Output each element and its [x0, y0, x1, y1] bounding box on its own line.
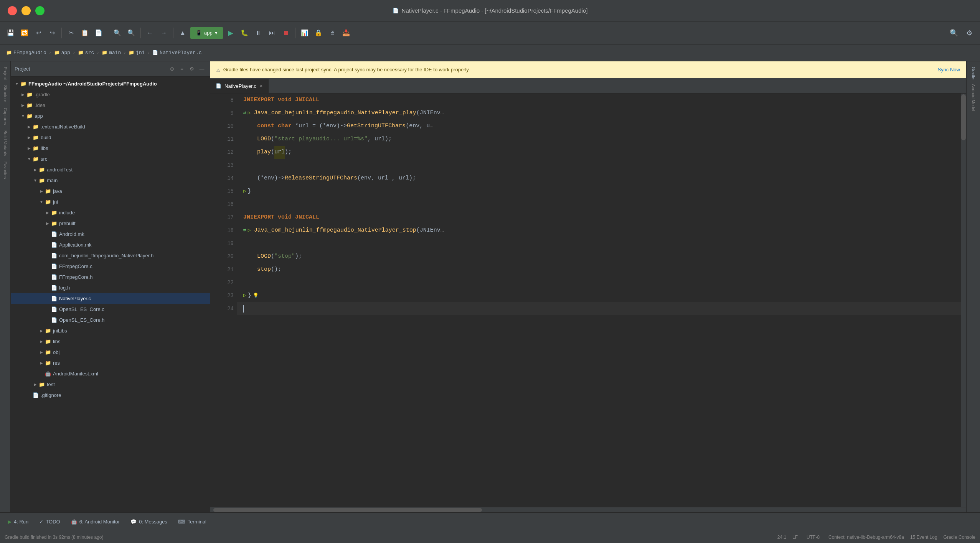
icon-src: 📁: [32, 155, 39, 162]
diff-marker-18[interactable]: ▷: [248, 224, 251, 237]
breadcrumb-file[interactable]: 📄 NativePlayer.c: [152, 50, 201, 56]
bracket-icon-15[interactable]: ▷: [243, 185, 246, 198]
sync-now-button[interactable]: Sync Now: [937, 67, 960, 72]
panel-action-locate[interactable]: ⊕: [168, 65, 176, 73]
tree-item-java[interactable]: ▶ 📁 java: [11, 186, 210, 196]
toolbar-run-with-coverage[interactable]: ⏸: [252, 27, 264, 39]
tree-item-android-mk[interactable]: 📄 Android.mk: [11, 229, 210, 239]
tree-item-app[interactable]: ▼ 📁 app: [11, 110, 210, 121]
tree-item-libs2[interactable]: ▶ 📁 libs: [11, 336, 210, 347]
toolbar-cut[interactable]: ✂: [65, 27, 77, 39]
toolbar-avd-manager[interactable]: 📊: [299, 27, 311, 39]
toolbar-stop[interactable]: ⏹: [280, 27, 292, 39]
tree-item-android-test[interactable]: ▶ 📁 androidTest: [11, 164, 210, 175]
tab-close-button[interactable]: ✕: [259, 84, 263, 89]
h-scrollbar-thumb[interactable]: [213, 508, 482, 512]
toolbar-sdk-manager[interactable]: 🔒: [312, 27, 325, 39]
breadcrumb-app[interactable]: 📁 app: [54, 50, 70, 56]
panel-action-collapse[interactable]: ≡: [178, 65, 186, 73]
tree-item-obj[interactable]: ▶ 📁 obj: [11, 347, 210, 357]
code-editor[interactable]: 8 9 10 11 12 13 14 15 16 17 18 19 20 21 …: [210, 94, 966, 507]
toolbar-sync[interactable]: 🔁: [18, 27, 31, 39]
minimize-button[interactable]: [21, 6, 31, 15]
panel-action-hide[interactable]: —: [198, 65, 206, 73]
tab-terminal[interactable]: ⌨ Terminal: [173, 515, 211, 529]
tree-item-test[interactable]: ▶ 📁 test: [11, 379, 210, 390]
toolbar-project-structure[interactable]: 🖥: [326, 27, 338, 39]
toolbar-find[interactable]: 🔍: [111, 27, 124, 39]
tree-item-libs[interactable]: ▶ 📁 libs: [11, 143, 210, 153]
tree-item-native-player-h[interactable]: 📄 com_hejunlin_ffmpegaudio_NativePlayer.…: [11, 250, 210, 261]
tree-item-opensl-core-h[interactable]: 📄 OpenSL_ES_Core.h: [11, 314, 210, 325]
toolbar-save[interactable]: 💾: [5, 27, 17, 39]
tree-item-include[interactable]: ▶ 📁 include: [11, 207, 210, 218]
tab-todo[interactable]: ✓ TODO: [35, 515, 64, 529]
scrollbar-thumb[interactable]: [961, 94, 966, 140]
captures-tool-btn[interactable]: Captures: [2, 105, 8, 127]
tab-android-monitor[interactable]: 🤖 6: Android Monitor: [66, 515, 125, 529]
status-context[interactable]: Context: native-lib-Debug-arm64-v8a: [828, 535, 904, 540]
panel-action-settings[interactable]: ⚙: [188, 65, 196, 73]
structure-tool-btn[interactable]: Structure: [2, 83, 8, 105]
breadcrumb-main[interactable]: 📁 main: [102, 50, 121, 56]
tree-item-build[interactable]: ▶ 📁 build: [11, 132, 210, 143]
toolbar-search[interactable]: 🔍: [948, 27, 960, 39]
breadcrumb-src[interactable]: 📁 src: [78, 50, 94, 56]
tree-item-idea[interactable]: ▶ 📁 .idea: [11, 100, 210, 110]
toolbar-undo[interactable]: ↩: [32, 27, 45, 39]
gradle-panel-btn[interactable]: Gradle: [970, 64, 977, 82]
project-tool-window-btn[interactable]: Project: [2, 64, 8, 82]
editor-tab-native-player[interactable]: 📄 NativePlayer.c ✕: [210, 79, 269, 93]
toolbar-back[interactable]: ←: [144, 27, 156, 39]
status-line-ending[interactable]: LF+: [792, 535, 800, 540]
tree-item-src[interactable]: ▼ 📁 src: [11, 153, 210, 164]
maximize-button[interactable]: [35, 6, 45, 15]
toolbar-find-more[interactable]: 🔍: [125, 27, 137, 39]
toolbar-settings[interactable]: ⚙: [963, 27, 975, 39]
gradle-console-btn[interactable]: Gradle Console: [944, 535, 975, 540]
run-configuration-selector[interactable]: 📱 app ▾: [190, 27, 223, 39]
tree-item-jni[interactable]: ▼ 📁 jni: [11, 196, 210, 207]
tree-item-prebuilt[interactable]: ▶ 📁 prebuilt: [11, 218, 210, 229]
event-log-btn[interactable]: 15 Event Log: [910, 535, 937, 540]
tree-item-main[interactable]: ▼ 📁 main: [11, 175, 210, 186]
toolbar-forward[interactable]: →: [158, 27, 170, 39]
tree-item-res[interactable]: ▶ 📁 res: [11, 357, 210, 368]
tree-item-root[interactable]: ▼ 📁 FFmpegAudio ~/AndroidStudioProjects/…: [11, 78, 210, 89]
toolbar-build[interactable]: ▲: [177, 27, 189, 39]
build-variants-btn[interactable]: Build Variants: [2, 128, 8, 158]
vertical-scrollbar[interactable]: [961, 94, 966, 507]
horizontal-scrollbar[interactable]: [210, 507, 966, 512]
tree-item-application-mk[interactable]: 📄 Application.mk: [11, 239, 210, 250]
toolbar-attach-debugger[interactable]: ⏭: [266, 27, 278, 39]
tree-item-opensl-core-c[interactable]: 📄 OpenSL_ES_Core.c: [11, 304, 210, 314]
tab-run[interactable]: ▶ 4: Run: [3, 515, 33, 529]
bracket-icon-23[interactable]: ▷: [243, 289, 246, 302]
android-model-btn[interactable]: Android Model: [970, 82, 977, 114]
tree-item-ffmpeg-core-c[interactable]: 📄 FFmpegCore.c: [11, 261, 210, 272]
tab-messages[interactable]: 💬 0: Messages: [126, 515, 172, 529]
toolbar-debug[interactable]: 🐛: [238, 27, 251, 39]
tree-item-android-manifest[interactable]: 🤖 AndroidManifest.xml: [11, 368, 210, 379]
breadcrumb-project[interactable]: 📁 FFmpegAudio: [6, 50, 46, 56]
tree-item-log-h[interactable]: 📄 log.h: [11, 282, 210, 293]
tree-item-external-native[interactable]: ▶ 📁 .externalNativeBuild: [11, 121, 210, 132]
toolbar-copy[interactable]: 📋: [79, 27, 91, 39]
tree-item-ffmpeg-core-h[interactable]: 📄 FFmpegCore.h: [11, 272, 210, 282]
status-position[interactable]: 24:1: [777, 535, 786, 540]
toolbar-paste[interactable]: 📄: [92, 27, 105, 39]
breadcrumb-jni[interactable]: 📁 jni: [129, 50, 145, 56]
window-controls[interactable]: [8, 6, 45, 15]
status-encoding[interactable]: UTF-8+: [807, 535, 822, 540]
diff-marker-9[interactable]: ▷: [248, 107, 251, 120]
toolbar-sync-project[interactable]: 📥: [340, 27, 352, 39]
tree-item-gradle[interactable]: ▶ 📁 .gradle: [11, 89, 210, 100]
code-content[interactable]: JNIEXPORT void JNICALL ⇄ ▷ Java_com_heju…: [237, 94, 961, 507]
tree-item-native-player-c[interactable]: 📄 NativePlayer.c: [11, 293, 210, 304]
toolbar-run[interactable]: ▶: [224, 27, 237, 39]
close-button[interactable]: [8, 6, 17, 15]
favorites-btn[interactable]: Favorites: [2, 159, 8, 181]
toolbar-redo[interactable]: ↪: [46, 27, 58, 39]
tree-item-gitignore[interactable]: 📄 .gitignore: [11, 390, 210, 400]
tree-item-jni-libs[interactable]: ▶ 📁 jniLibs: [11, 325, 210, 336]
